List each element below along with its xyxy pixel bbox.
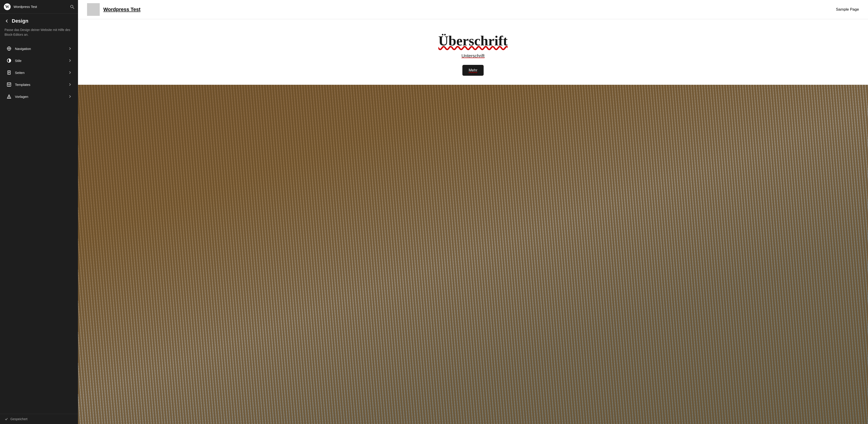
sidebar-header: Design <box>0 13 78 26</box>
sidebar-item-seiten-label: Seiten <box>15 71 68 74</box>
topbar-site-title: Wordpress Test <box>13 5 70 9</box>
navigation-icon <box>6 46 12 51</box>
svg-point-18 <box>9 98 9 98</box>
chevron-right-icon <box>68 47 72 51</box>
seiten-icon <box>6 70 12 75</box>
design-description: Passe das Design deiner Website mit Hilf… <box>0 26 78 42</box>
svg-text:W: W <box>5 4 9 9</box>
back-button[interactable] <box>4 19 9 23</box>
chevron-right-icon-4 <box>68 83 72 86</box>
chevron-right-icon-2 <box>68 59 72 62</box>
svg-line-3 <box>73 7 74 9</box>
preview-nav-sample-page[interactable]: Sample Page <box>836 7 859 12</box>
preview-image-section <box>78 85 868 424</box>
preview-logo <box>87 3 100 16</box>
sidebar-footer: Gespeichert <box>0 414 78 424</box>
sidebar-item-seiten[interactable]: Seiten <box>2 67 76 78</box>
sidebar-item-vorlagen-label: Vorlagen <box>15 95 68 99</box>
sidebar-item-templates[interactable]: Templates <box>2 79 76 90</box>
preview-area: Wordpress Test Sample Page Überschrift U… <box>78 0 868 424</box>
wp-logo-icon: W <box>4 3 11 10</box>
preview-hero: Überschrift Unterschrift Mehr <box>78 19 868 85</box>
preview-mehr-button[interactable]: Mehr <box>462 65 484 76</box>
templates-icon <box>6 82 12 87</box>
preview-heading: Überschrift <box>83 33 864 49</box>
sidebar-item-stile[interactable]: Stile <box>2 55 76 66</box>
sidebar-item-vorlagen[interactable]: Vorlagen <box>2 91 76 102</box>
sidebar-item-stile-label: Stile <box>15 59 68 63</box>
preview-header: Wordpress Test Sample Page <box>78 0 868 19</box>
sidebar-item-templates-label: Templates <box>15 83 68 87</box>
vorlagen-icon <box>6 94 12 99</box>
preview-site-info: Wordpress Test <box>87 3 141 16</box>
chevron-right-icon-5 <box>68 95 72 98</box>
chevron-right-icon-3 <box>68 71 72 74</box>
sidebar-item-navigation[interactable]: Navigation <box>2 43 76 55</box>
preview-building-image <box>78 85 868 424</box>
check-icon <box>4 417 8 421</box>
preview-site-name: Wordpress Test <box>103 6 141 12</box>
sidebar-content: Design Passe das Design deiner Website m… <box>0 13 78 414</box>
preview-subheading: Unterschrift <box>83 53 864 59</box>
stile-icon <box>6 58 12 63</box>
search-icon[interactable] <box>70 4 74 9</box>
footer-status: Gespeichert <box>10 417 27 421</box>
sidebar-item-navigation-label: Navigation <box>15 47 68 51</box>
svg-point-2 <box>70 5 73 8</box>
sidebar-topbar: W Wordpress Test <box>0 0 78 13</box>
design-title: Design <box>12 18 28 24</box>
sidebar: W Wordpress Test Design Passe das Design… <box>0 0 78 424</box>
